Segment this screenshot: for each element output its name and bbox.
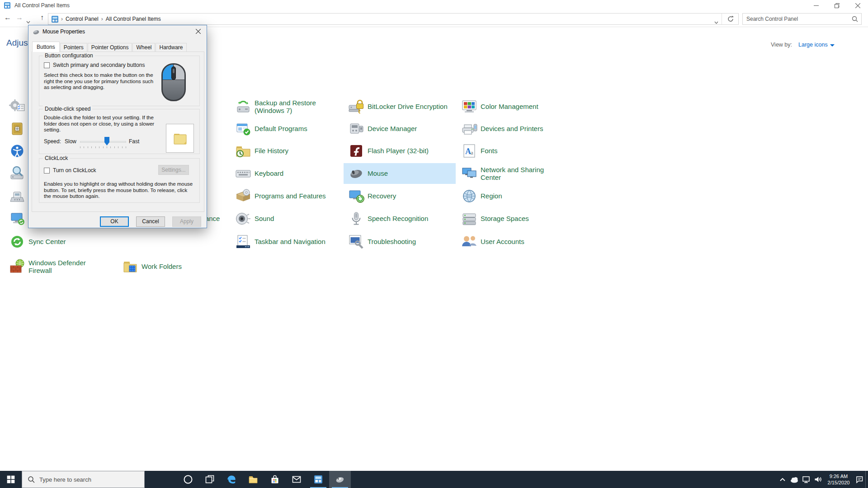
control-panel-item-label: Storage Spaces <box>481 208 529 229</box>
control-panel-item-troubleshooting[interactable]: Troubleshooting <box>344 231 456 252</box>
tab-hardware[interactable]: Hardware <box>156 43 186 52</box>
taskbar-clock[interactable]: 9:26 AM2/15/2020 <box>824 471 854 488</box>
control-panel-item-color-management[interactable]: Color Management <box>457 96 569 117</box>
test-folder-icon[interactable] <box>174 132 187 146</box>
control-panel-item-speech-recognition[interactable]: Speech Recognition <box>344 208 456 229</box>
desktop: All Control Panel Items ← → ↑ ›Control P… <box>0 0 868 488</box>
clicklock-checkbox-label[interactable]: Turn on ClickLock <box>53 167 96 174</box>
refresh-icon[interactable] <box>727 15 734 24</box>
control-panel-item-sync-center[interactable]: Sync Center <box>5 231 117 252</box>
address-bar[interactable]: ›Control Panel›All Control Panel Items <box>48 13 739 25</box>
taskbar-task-view-icon[interactable] <box>199 471 221 488</box>
ok-button[interactable]: OK <box>100 216 129 227</box>
apply-button[interactable]: Apply <box>172 216 201 227</box>
taskbar-mail-icon[interactable] <box>286 471 307 488</box>
maximize-button[interactable] <box>826 0 847 12</box>
close-button[interactable] <box>847 0 868 12</box>
taskbar-mouse-icon[interactable] <box>329 471 351 488</box>
up-icon[interactable]: ↑ <box>37 14 47 22</box>
taskbar-control-panel-icon[interactable] <box>307 471 329 488</box>
control-panel-item-sound[interactable]: Sound <box>231 208 343 229</box>
search-input[interactable] <box>746 15 846 23</box>
tab-pointer-options[interactable]: Pointer Options <box>88 43 132 52</box>
recovery-icon <box>347 187 365 205</box>
breadcrumb-chevron-icon[interactable]: › <box>100 16 104 22</box>
speed-slider-thumb[interactable] <box>104 137 109 145</box>
control-panel-item-fonts[interactable]: AaFonts <box>457 141 569 161</box>
clicklock-checkbox[interactable] <box>44 168 50 174</box>
switch-buttons-checkbox-label[interactable]: Switch primary and secondary buttons <box>53 62 145 68</box>
control-panel-item-keyboard[interactable]: Keyboard <box>231 163 343 184</box>
start-button[interactable] <box>0 471 22 488</box>
control-panel-item-flash-player[interactable]: Flash Player (32-bit) <box>344 141 456 161</box>
show-desktop-button[interactable] <box>865 471 868 488</box>
dialog-close-icon[interactable] <box>191 27 205 36</box>
recent-pages-icon[interactable] <box>26 17 30 25</box>
control-panel-item-work-folders[interactable]: Work Folders <box>118 256 230 277</box>
tab-buttons[interactable]: Buttons <box>32 42 60 52</box>
control-panel-item-network-and-sharing[interactable]: Network and Sharing Center <box>457 163 569 184</box>
devices-and-printers-icon <box>460 120 478 138</box>
control-panel-item-mouse[interactable]: Mouse <box>344 163 456 184</box>
flash-player-icon <box>347 142 365 160</box>
slider-tick <box>84 146 84 148</box>
taskbar-edge-icon[interactable] <box>221 471 242 488</box>
taskbar-store-icon[interactable] <box>264 471 286 488</box>
tray-volume-icon[interactable] <box>812 471 824 488</box>
slider-tick <box>118 146 118 148</box>
slider-tick <box>122 146 123 148</box>
control-panel-item-storage-spaces[interactable]: Storage Spaces <box>457 208 569 229</box>
tab-wheel[interactable]: Wheel <box>132 43 155 52</box>
control-panel-item-bitlocker[interactable]: BitLocker Drive Encryption <box>344 96 456 117</box>
control-panel-item-region[interactable]: Region <box>457 186 569 206</box>
minimize-button[interactable] <box>806 0 826 12</box>
control-panel-item-programs-and-features[interactable]: Programs and Features <box>231 186 343 206</box>
tray-cloud-icon[interactable] <box>788 471 800 488</box>
control-panel-item-label: Taskbar and Navigation <box>255 231 326 252</box>
control-panel-item-label: Recovery <box>368 186 396 206</box>
credential-manager-icon <box>8 120 26 138</box>
control-panel-item-label: Color Management <box>481 96 538 117</box>
group-legend: Double-click speed <box>43 106 92 112</box>
switch-buttons-checkbox[interactable] <box>44 62 50 68</box>
indexing-options-icon <box>8 164 26 183</box>
sync-center-icon <box>8 233 26 251</box>
control-panel-item-label: Backup and Restore (Windows 7) <box>255 96 334 114</box>
cancel-button[interactable]: Cancel <box>136 216 165 227</box>
control-panel-item-backup-and-restore[interactable]: Backup and Restore (Windows 7) <box>231 96 343 117</box>
action-center-icon[interactable] <box>854 471 865 488</box>
breadcrumb-chevron-icon[interactable]: › <box>60 16 64 22</box>
tab-pointers[interactable]: Pointers <box>60 43 87 52</box>
breadcrumb-item[interactable]: Control Panel <box>64 16 100 22</box>
control-panel-item-label: Region <box>481 186 502 206</box>
double-click-speed-group: Double-click speed Double-click the fold… <box>39 109 200 154</box>
taskbar-file-explorer-icon[interactable] <box>242 471 264 488</box>
taskbar-cortana-icon[interactable] <box>177 471 199 488</box>
control-panel-item-recovery[interactable]: Recovery <box>344 186 456 206</box>
control-panel-item-user-accounts[interactable]: User Accounts <box>457 231 569 252</box>
double-click-description: Double-click the folder to test your set… <box>44 115 158 133</box>
forward-icon[interactable]: → <box>14 14 24 22</box>
clicklock-description: Enables you to highlight or drag without… <box>44 181 195 200</box>
breadcrumb-item[interactable]: All Control Panel Items <box>104 16 163 22</box>
window-titlebar: All Control Panel Items <box>0 0 868 11</box>
view-by-value[interactable]: Large icons <box>798 42 828 48</box>
back-icon[interactable]: ← <box>3 14 13 22</box>
control-panel-item-windows-defender-firewall[interactable]: Windows Defender Firewall <box>5 256 117 277</box>
control-panel-item-devices-and-printers[interactable]: Devices and Printers <box>457 118 569 139</box>
control-panel-item-default-programs[interactable]: Default Programs <box>231 118 343 139</box>
tray-chevron-up-icon[interactable] <box>777 471 788 488</box>
chevron-down-icon[interactable] <box>830 44 835 47</box>
control-panel-item-file-history[interactable]: File History <box>231 141 343 161</box>
taskbar-search-input[interactable] <box>39 475 139 483</box>
clicklock-settings-button[interactable]: Settings... <box>158 165 189 175</box>
control-panel-item-taskbar-and-navigation[interactable]: Taskbar and Navigation <box>231 231 343 252</box>
search-icon[interactable] <box>852 16 858 24</box>
control-panel-item-label: Devices and Printers <box>481 118 543 139</box>
speed-slider-track[interactable] <box>80 141 126 143</box>
search-box <box>742 13 862 25</box>
control-panel-item-device-manager[interactable]: Device Manager <box>344 118 456 139</box>
double-click-test-area[interactable] <box>166 124 194 153</box>
address-dropdown-icon[interactable] <box>714 18 718 26</box>
tray-network-icon[interactable] <box>800 471 812 488</box>
